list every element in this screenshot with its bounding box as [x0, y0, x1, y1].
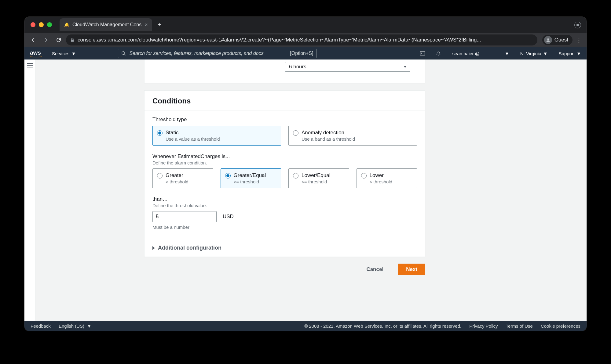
notifications-icon[interactable]: [435, 50, 441, 56]
than-hint: Must be a number: [152, 225, 417, 230]
cancel-button[interactable]: Cancel: [358, 264, 391, 275]
threshold-type-anomaly[interactable]: Anomaly detection Use a band as a thresh…: [288, 126, 417, 146]
support-label: Support: [559, 51, 575, 56]
whenever-help: Define the alarm condition.: [152, 160, 417, 165]
account-label: sean.baier @: [452, 51, 480, 56]
lock-icon: [70, 38, 75, 42]
radio-icon: [293, 173, 298, 178]
tile-desc: < threshold: [370, 179, 413, 184]
feedback-link[interactable]: Feedback: [31, 323, 51, 329]
tile-label: Static: [166, 130, 276, 136]
global-search[interactable]: Search for services, features, marketpla…: [118, 49, 316, 58]
aws-logo[interactable]: aws: [30, 50, 42, 57]
conditions-card: Conditions Threshold type Static Use a v…: [144, 90, 425, 257]
copyright-text: © 2008 - 2021, Amazon Web Services, Inc.…: [304, 323, 461, 329]
form-actions: Cancel Next: [144, 264, 425, 275]
window-minimize-button[interactable]: [39, 22, 44, 27]
terms-link[interactable]: Terms of Use: [506, 323, 533, 329]
svg-rect-2: [420, 52, 425, 55]
than-help: Define the threshold value.: [152, 203, 417, 208]
threshold-type-static[interactable]: Static Use a value as a threshold: [152, 126, 281, 146]
caret-right-icon: [152, 246, 155, 250]
url-text: console.aws.amazon.com/cloudwatch/home?r…: [78, 37, 481, 43]
tab-title: CloudWatch Management Cons: [72, 22, 141, 27]
nav-forward-button[interactable]: [40, 34, 51, 45]
cloudshell-icon[interactable]: [419, 50, 426, 56]
language-selector[interactable]: English (US) ▼: [59, 323, 91, 329]
browser-menu-button[interactable]: ⋮: [574, 36, 584, 44]
threshold-value-input[interactable]: [152, 211, 217, 222]
region-menu[interactable]: N. Virginia ▼: [520, 51, 548, 56]
than-label: than…: [152, 196, 417, 202]
tab-favicon-icon: 🔔: [64, 22, 69, 27]
radio-icon: [157, 130, 163, 136]
tile-desc: > threshold: [166, 179, 209, 184]
additional-configuration-toggle[interactable]: Additional configuration: [145, 239, 425, 257]
console-footer: Feedback English (US) ▼ © 2008 - 2021, A…: [24, 321, 587, 331]
period-value: 6 hours: [289, 64, 306, 70]
search-placeholder: Search for services, features, marketpla…: [129, 51, 263, 56]
threshold-type-label: Threshold type: [152, 117, 417, 123]
additional-configuration-label: Additional configuration: [158, 245, 221, 251]
radio-icon: [225, 173, 231, 178]
window-maximize-button[interactable]: [47, 22, 52, 27]
tile-label: Greater/Equal: [234, 172, 277, 178]
search-shortcut: [Option+S]: [290, 51, 313, 56]
chevron-down-icon: ▼: [403, 65, 407, 69]
privacy-link[interactable]: Privacy Policy: [469, 323, 498, 329]
search-icon: [121, 51, 126, 56]
new-tab-button[interactable]: +: [158, 21, 161, 28]
aws-topnav: aws Services ▼ Search for services, feat…: [24, 47, 587, 59]
cookies-link[interactable]: Cookie preferences: [541, 323, 580, 329]
threshold-unit: USD: [223, 214, 234, 220]
tile-label: Greater: [166, 172, 209, 178]
nav-back-button[interactable]: [27, 34, 38, 45]
services-label: Services: [52, 51, 70, 56]
period-select[interactable]: 6 hours ▼: [285, 62, 410, 72]
tile-label: Anomaly detection: [302, 130, 412, 136]
avatar-icon: [544, 36, 552, 44]
tab-close-button[interactable]: ×: [145, 22, 148, 27]
sidebar-toggle-button[interactable]: [27, 63, 33, 67]
chevron-down-icon: ▼: [543, 51, 548, 56]
radio-icon: [361, 173, 367, 178]
chevron-down-icon: ▼: [505, 51, 509, 56]
window-controls: [31, 22, 52, 27]
window-close-button[interactable]: [31, 22, 35, 27]
profile-button[interactable]: Guest: [542, 35, 573, 45]
whenever-label: Whenever EstimatedCharges is...: [152, 153, 417, 160]
profile-label: Guest: [554, 37, 568, 43]
tile-label: Lower: [370, 172, 413, 178]
page-body: 6 hours ▼ Conditions Threshold type Stat…: [24, 59, 587, 321]
operator-lower-equal[interactable]: Lower/Equal <= threshold: [288, 168, 349, 188]
chevron-down-icon: ▼: [71, 51, 76, 56]
svg-point-0: [547, 38, 549, 40]
operator-greater[interactable]: Greater > threshold: [152, 168, 213, 188]
radio-icon: [157, 173, 163, 178]
sidebar-collapsed: [24, 59, 36, 321]
metric-card: 6 hours ▼: [144, 59, 425, 83]
tile-desc: >= threshold: [234, 179, 277, 184]
tile-desc: <= threshold: [302, 179, 345, 184]
address-bar[interactable]: console.aws.amazon.com/cloudwatch/home?r…: [66, 34, 537, 45]
operator-lower[interactable]: Lower < threshold: [357, 168, 417, 188]
browser-toolbar: console.aws.amazon.com/cloudwatch/home?r…: [24, 33, 587, 47]
incognito-indicator-icon[interactable]: [574, 22, 581, 28]
svg-point-1: [122, 52, 125, 54]
services-menu[interactable]: Services ▼: [52, 51, 76, 56]
operator-greater-equal[interactable]: Greater/Equal >= threshold: [221, 168, 281, 188]
support-menu[interactable]: Support ▼: [559, 51, 581, 56]
tile-desc: Use a band as a threshold: [302, 136, 412, 142]
tile-desc: Use a value as a threshold: [166, 136, 276, 142]
next-button[interactable]: Next: [398, 264, 425, 275]
radio-icon: [293, 130, 298, 136]
region-label: N. Virginia: [520, 51, 541, 56]
browser-tab[interactable]: 🔔 CloudWatch Management Cons ×: [60, 18, 152, 31]
conditions-title: Conditions: [145, 91, 425, 110]
browser-tabbar: 🔔 CloudWatch Management Cons × +: [24, 17, 587, 33]
account-menu[interactable]: sean.baier @ ▼: [452, 51, 509, 56]
chevron-down-icon: ▼: [576, 51, 581, 56]
nav-reload-button[interactable]: [53, 34, 64, 45]
tile-label: Lower/Equal: [302, 172, 345, 178]
